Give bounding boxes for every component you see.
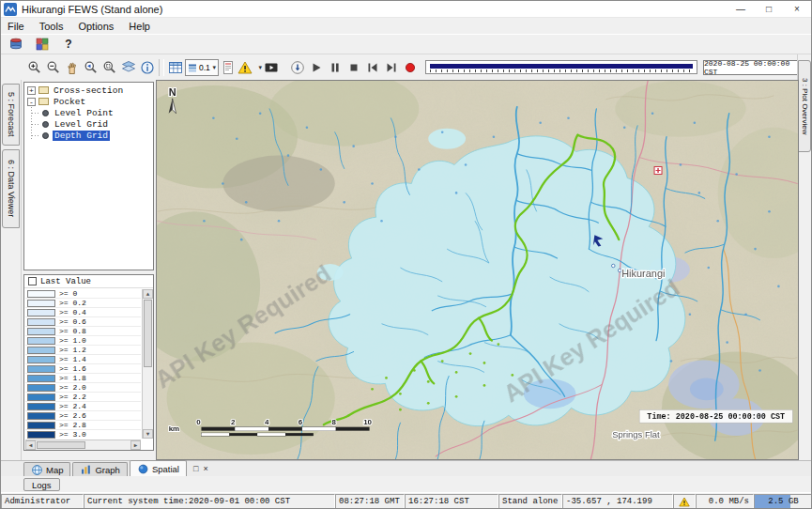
sphere-icon: [137, 463, 149, 475]
legend-row[interactable]: >= 0.4: [25, 308, 141, 317]
status-warning[interactable]: [673, 494, 696, 509]
menu-file[interactable]: File: [1, 18, 32, 34]
scroll-up-icon[interactable]: ▲: [143, 289, 153, 299]
jump-to-time-button[interactable]: [288, 58, 307, 77]
status-memory: 2.5 GB: [754, 494, 812, 509]
legend-row[interactable]: >= 1.0: [25, 336, 141, 346]
last-value-checkbox[interactable]: [28, 277, 37, 285]
tab-spatial[interactable]: Spatial: [130, 460, 187, 476]
tree-expander[interactable]: +: [27, 86, 36, 95]
title-bar: Hikurangi FEWS (Stand alone) — □ ×: [1, 1, 811, 18]
classification-icon: [188, 63, 197, 72]
map-viewport[interactable]: API Key Required API Key Required Hikura…: [156, 80, 799, 460]
logs-button[interactable]: Logs: [23, 478, 60, 491]
scrollbar-thumb[interactable]: [144, 300, 152, 367]
scrollbar-thumb[interactable]: [37, 441, 85, 449]
zoom-extent-button[interactable]: [100, 58, 119, 77]
grid-display-button[interactable]: [166, 58, 185, 77]
legend-swatch: [27, 431, 55, 439]
step-forward-button[interactable]: [382, 58, 401, 77]
legend-label: >= 2.2: [59, 393, 86, 401]
play-button[interactable]: [307, 58, 326, 77]
database-button[interactable]: [7, 35, 25, 54]
tree-expander[interactable]: -: [27, 98, 36, 106]
maximize-button[interactable]: □: [755, 1, 783, 17]
tree-item-level-grid[interactable]: Level Grid: [53, 119, 110, 130]
legend-row[interactable]: >= 3.0: [25, 430, 141, 439]
node-icon: [42, 132, 49, 139]
tree-row: Level Point: [24, 107, 153, 118]
zoom-in-button[interactable]: [25, 58, 44, 77]
document-tab-bar: Map Graph Spatial □ ×: [1, 460, 811, 476]
modules-button[interactable]: [33, 35, 52, 54]
scroll-left-icon[interactable]: ◀: [25, 440, 36, 450]
legend-row[interactable]: >= 0.6: [25, 317, 141, 327]
legend-label: >= 2.0: [59, 383, 86, 392]
close-panel-icon[interactable]: ×: [203, 464, 207, 473]
legend-row[interactable]: >= 2.8: [25, 421, 141, 430]
legend-row[interactable]: >= 1.6: [25, 364, 141, 374]
legend-row[interactable]: >= 2.6: [25, 411, 141, 421]
left-tab-strip: 5 : Forecast 6 : Data Viewer: [1, 80, 22, 460]
sidebar-tab-plot-overview[interactable]: 3 : Plot Overview: [798, 60, 811, 152]
tree-item-level-point[interactable]: Level Point: [53, 108, 115, 118]
stop-button[interactable]: [345, 58, 363, 77]
sidebar-tab-forecast[interactable]: 5 : Forecast: [2, 84, 20, 146]
sidebar-tab-data-viewer[interactable]: 6 : Data Viewer: [2, 149, 20, 228]
legend-row[interactable]: >= 0: [25, 289, 141, 299]
menu-help[interactable]: Help: [121, 18, 158, 34]
info-button[interactable]: [138, 58, 157, 77]
legend-row[interactable]: >= 2.0: [25, 383, 141, 393]
legend-label: >= 0.8: [59, 327, 86, 335]
legend-label: >= 2.4: [59, 402, 86, 410]
classification-combo[interactable]: 0.1 ▾: [185, 59, 219, 76]
minimize-button[interactable]: —: [727, 1, 755, 17]
zoom-out-button[interactable]: [44, 58, 63, 77]
legend-swatch: [27, 328, 55, 335]
layers-button[interactable]: [119, 58, 138, 77]
legend-row[interactable]: >= 0.8: [25, 327, 141, 336]
menu-options[interactable]: Options: [70, 18, 121, 34]
legend-swatch: [27, 337, 55, 345]
zoom-previous-button[interactable]: [82, 58, 100, 77]
menu-tools[interactable]: Tools: [32, 18, 71, 34]
tree-item-depth-grid[interactable]: Depth Grid: [53, 131, 110, 141]
scroll-right-icon[interactable]: ▶: [130, 440, 141, 450]
scale-tick: 6: [299, 418, 303, 426]
legend-horizontal-scrollbar[interactable]: ◀ ▶: [25, 440, 141, 450]
legend-row[interactable]: >= 2.4: [25, 402, 141, 411]
legend-row[interactable]: >= 2.2: [25, 393, 141, 402]
pan-button[interactable]: [63, 58, 82, 77]
float-panel-icon[interactable]: □: [193, 464, 198, 473]
legend-row[interactable]: >= 1.8: [25, 374, 141, 383]
step-back-button[interactable]: [363, 58, 382, 77]
current-time-display: 2020-08-25 00:00:00 CST: [703, 60, 808, 75]
tree-item-pocket[interactable]: Pocket: [52, 97, 87, 107]
legend-row[interactable]: >= 1.4: [25, 355, 141, 364]
timeline-range-bar[interactable]: [430, 64, 693, 69]
help-icon: ?: [65, 38, 71, 51]
node-icon: [42, 121, 49, 128]
tree-item-cross-section[interactable]: Cross-section: [52, 85, 125, 96]
legend-swatch: [27, 300, 55, 307]
legend-row[interactable]: >= 1.2: [25, 346, 141, 355]
legend-vertical-scrollbar[interactable]: ▲ ▼: [142, 289, 153, 439]
timeline-slider[interactable]: [425, 60, 697, 74]
document-display-button[interactable]: [219, 58, 237, 77]
thresholds-combo[interactable]: ▾: [237, 58, 262, 77]
record-button[interactable]: [401, 58, 420, 77]
animation-export-button[interactable]: [262, 58, 281, 77]
legend-swatch: [27, 412, 55, 420]
tab-spatial-label: Spatial: [152, 464, 179, 474]
app-logo-icon: [4, 3, 17, 16]
scroll-down-icon[interactable]: ▼: [143, 429, 153, 439]
pause-button[interactable]: [326, 58, 345, 77]
help-button[interactable]: ?: [59, 35, 78, 54]
tab-graph[interactable]: Graph: [72, 462, 127, 476]
tab-map[interactable]: Map: [23, 462, 70, 476]
menu-bar: File Tools Options Help: [1, 18, 811, 34]
tree-row: + Cross-section: [24, 85, 153, 96]
close-button[interactable]: ×: [783, 1, 811, 17]
legend-row[interactable]: >= 0.2: [25, 299, 141, 308]
north-label: N: [169, 86, 176, 98]
